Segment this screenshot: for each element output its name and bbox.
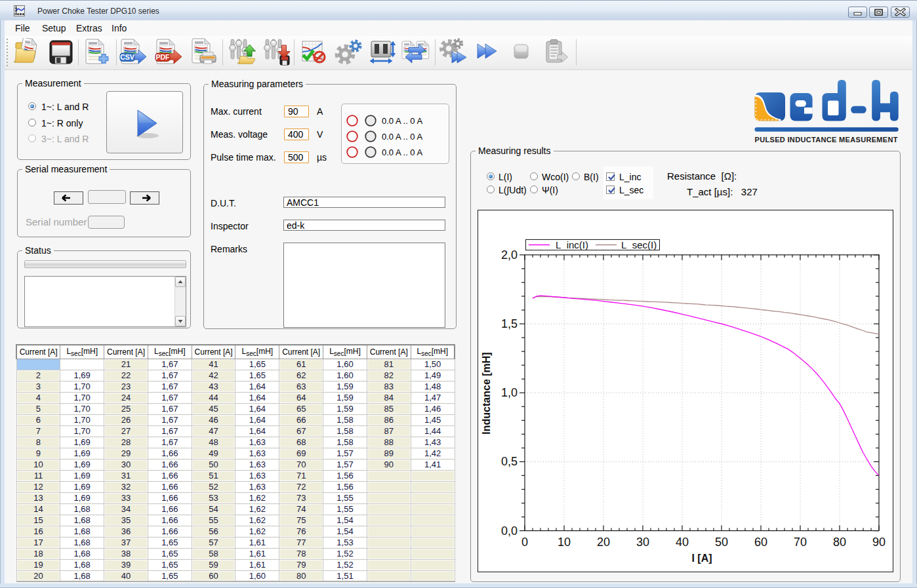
svg-text:L_sec(I): L_sec(I): [621, 239, 657, 250]
svg-text:1,5: 1,5: [501, 317, 518, 330]
svg-text:PULSED INDUCTANCE MEASUREMENT: PULSED INDUCTANCE MEASUREMENT: [755, 136, 899, 144]
svg-text:Inductance [mH]: Inductance [mH]: [481, 352, 492, 434]
svg-text:0.0 A .. 0 A: 0.0 A .. 0 A: [382, 116, 422, 126]
svg-text:0.0 A .. 0 A: 0.0 A .. 0 A: [382, 147, 422, 157]
svg-text:0: 0: [521, 536, 528, 549]
svg-text:70: 70: [794, 536, 807, 549]
svg-text:L_inc(I): L_inc(I): [556, 239, 588, 250]
svg-text:20: 20: [597, 536, 610, 549]
svg-text:90: 90: [872, 536, 886, 549]
svg-text:50: 50: [715, 536, 728, 549]
svg-text:0.0 A .. 0 A: 0.0 A .. 0 A: [382, 132, 422, 142]
svg-text:30: 30: [636, 536, 649, 549]
svg-text:I [A]: I [A]: [691, 553, 712, 564]
svg-text:10: 10: [558, 536, 571, 549]
svg-text:PDF: PDF: [156, 53, 171, 61]
svg-text:CSV: CSV: [120, 53, 134, 61]
svg-text:60: 60: [754, 536, 767, 549]
svg-text:0,0: 0,0: [501, 524, 518, 538]
svg-text:40: 40: [676, 536, 689, 549]
svg-text:1,0: 1,0: [501, 386, 518, 399]
svg-text:2,0: 2,0: [501, 248, 518, 262]
svg-text:80: 80: [833, 536, 846, 549]
svg-text:0,5: 0,5: [501, 455, 518, 468]
